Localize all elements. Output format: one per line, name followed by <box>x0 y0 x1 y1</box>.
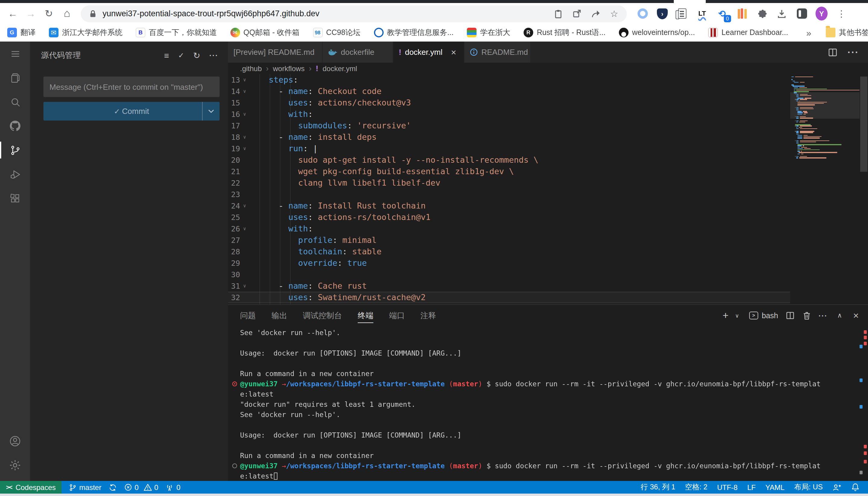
more-actions-icon[interactable]: ··· <box>209 52 218 59</box>
bookmark-item[interactable]: CC98论坛 <box>313 27 360 38</box>
code-line[interactable]: 16∨ with: <box>228 108 790 120</box>
terminal-picker[interactable]: bash <box>749 311 778 320</box>
bookmark-item[interactable]: QQ邮箱 - 收件箱 <box>230 27 299 38</box>
code-line[interactable]: 26∨ with: <box>228 223 790 234</box>
code-line[interactable]: 19∨ run: | <box>228 143 790 154</box>
reload-button[interactable]: ↻ <box>41 6 57 21</box>
commit-message-input[interactable] <box>43 77 220 97</box>
terminal-dropdown-chevron-icon[interactable] <box>733 310 741 321</box>
other-bookmarks-folder[interactable]: 其他书签 <box>826 27 868 38</box>
clipboard-icon[interactable] <box>553 9 563 18</box>
code-line[interactable]: 20 sudo apt-get install -y --no-install-… <box>228 154 790 166</box>
code-line[interactable]: 28 toolchain: stable <box>228 246 790 257</box>
commit-check-icon[interactable]: ✓ <box>178 52 184 59</box>
code-line[interactable]: 31∨ - name: Cache rust <box>228 280 790 292</box>
sync-changes-button[interactable] <box>108 483 117 492</box>
commit-button[interactable]: Commit <box>43 102 220 121</box>
keyboard-layout[interactable]: 布局: US <box>794 482 823 492</box>
code-line[interactable]: 13∨ steps: <box>228 74 790 86</box>
sidebar-item-github[interactable] <box>0 114 30 138</box>
code-line[interactable]: 17 submodules: 'recursive' <box>228 120 790 131</box>
code-line[interactable]: 23 <box>228 189 790 200</box>
maximize-panel-icon[interactable] <box>835 310 844 321</box>
code-editor[interactable]: 13∨ steps:14∨ - name: Checkout code15 us… <box>228 74 868 304</box>
bookmark-item[interactable]: 百度一下，你就知道 <box>136 27 217 38</box>
code-line[interactable]: 24∨ - name: Install Rust toolchain <box>228 200 790 212</box>
split-terminal-icon[interactable] <box>786 310 794 321</box>
code-line[interactable]: 32 uses: Swatinem/rust-cache@v2 <box>228 292 790 303</box>
panel-more-actions-icon[interactable] <box>819 310 827 321</box>
code-line[interactable]: 14∨ - name: Checkout code <box>228 86 790 97</box>
editor-tab-dockerfile[interactable]: dockerfile <box>323 42 393 63</box>
kill-terminal-trash-icon[interactable] <box>802 310 811 321</box>
refresh-icon[interactable]: ↻ <box>193 51 200 60</box>
ring-extension-icon[interactable] <box>637 7 648 19</box>
bookmark-item[interactable]: Learner Dashboar... <box>708 28 788 37</box>
code-line[interactable]: 25 uses: actions-rs/toolchain@v1 <box>228 212 790 223</box>
panel-tab-2[interactable]: 调试控制台 <box>303 305 342 326</box>
view-and-sort-icon[interactable]: ≡ <box>164 51 169 60</box>
new-terminal-icon[interactable] <box>721 310 730 321</box>
remote-indicator-codespaces[interactable]: >< Codespaces <box>0 481 62 494</box>
downloads-icon[interactable] <box>776 7 788 19</box>
home-button[interactable]: ⌂ <box>59 6 75 21</box>
profile-avatar[interactable]: Y <box>815 7 827 19</box>
code-line[interactable]: 18∨ - name: install deps <box>228 131 790 143</box>
panel-tab-4[interactable]: 端口 <box>389 305 405 326</box>
editor-scrollbar[interactable] <box>859 74 868 304</box>
bookmark-item[interactable]: weloveinterns/op... <box>619 28 695 37</box>
breadcrumb-item[interactable]: .github <box>240 64 262 73</box>
sidebar-item-source-control[interactable] <box>0 138 30 162</box>
breadcrumb-item[interactable]: workflows <box>273 64 304 73</box>
bookmark-item[interactable]: 浙江大学邮件系统 <box>49 27 122 38</box>
url-text[interactable]: yunwei37-potential-space-trout-rpr5qwj66… <box>103 9 544 18</box>
settings-gear-icon[interactable] <box>0 453 30 477</box>
sync-extension-icon[interactable]: ⟲0 <box>716 7 728 19</box>
forward-button[interactable]: → <box>23 6 39 21</box>
bookmark-item[interactable]: 翻译 <box>7 27 35 38</box>
code-line[interactable]: 27 profile: minimal <box>228 234 790 246</box>
bookmark-item[interactable]: 学在浙大 <box>467 27 510 38</box>
code-line[interactable]: 15 uses: actions/checkout@v3 <box>228 97 790 108</box>
panel-tab-0[interactable]: 问题 <box>240 305 256 326</box>
address-bar[interactable]: yunwei37-potential-space-trout-rpr5qwj66… <box>81 5 627 22</box>
branch-indicator[interactable]: master <box>69 483 101 492</box>
indentation-setting[interactable]: 空格: 2 <box>685 482 707 492</box>
feedback-icon[interactable] <box>833 483 841 492</box>
problems-indicator[interactable]: 0 0 <box>124 483 158 492</box>
bookmark-item[interactable]: 教学管理信息服务... <box>374 27 454 38</box>
encoding-setting[interactable]: UTF-8 <box>717 483 738 492</box>
editor-more-actions-icon[interactable]: ··· <box>848 47 859 58</box>
bookmark-item[interactable]: Rust 招聘 - Rust语... <box>524 27 605 38</box>
panel-tab-1[interactable]: 输出 <box>271 305 287 326</box>
editor-tab-docker.yml[interactable]: !docker.yml× <box>393 42 464 63</box>
panel-tab-3[interactable]: 终端 <box>358 305 373 326</box>
sidebar-item-extensions[interactable] <box>0 186 30 210</box>
close-tab-icon[interactable]: × <box>449 47 459 57</box>
browser-menu-icon[interactable]: ⋮ <box>835 7 848 19</box>
commit-dropdown-chevron-icon[interactable] <box>202 102 220 121</box>
bookmark-star-icon[interactable]: ☆ <box>610 8 618 19</box>
code-line[interactable]: 30 <box>228 269 790 280</box>
editor-tab--preview-readme.md[interactable]: [Preview] README.md <box>228 42 323 63</box>
terminal-output[interactable]: See 'docker run --help'.Usage: docker ru… <box>228 326 868 481</box>
notifications-bell-icon[interactable] <box>851 483 859 492</box>
extensions-puzzle-icon[interactable] <box>756 7 768 19</box>
panel-tab-5[interactable]: 注释 <box>420 305 436 326</box>
minimap[interactable] <box>790 74 859 304</box>
code-line[interactable]: 22 clang llvm libelf1 libelf-dev <box>228 177 790 189</box>
code-line[interactable]: 21 wget pkg-config build-essential zlib1… <box>228 166 790 177</box>
languagetool-extension-icon[interactable]: LT <box>696 7 708 19</box>
code-line[interactable]: 29 override: true <box>228 257 790 269</box>
reading-pane-icon[interactable] <box>796 7 808 19</box>
editor-scrollbar-slider[interactable] <box>860 77 867 172</box>
eol-setting[interactable]: LF <box>747 483 756 492</box>
ports-indicator[interactable]: 0 <box>166 483 180 492</box>
cursor-position[interactable]: 行 36, 列 1 <box>641 482 675 492</box>
sidebar-item-run-debug[interactable] <box>0 162 30 186</box>
bookmarks-overflow-chevron[interactable]: » <box>801 27 816 38</box>
highlighters-extension-icon[interactable] <box>736 7 748 19</box>
split-editor-icon[interactable] <box>828 48 837 56</box>
language-mode[interactable]: YAML <box>765 483 785 492</box>
breadcrumb-item[interactable]: docker.yml <box>323 64 357 73</box>
